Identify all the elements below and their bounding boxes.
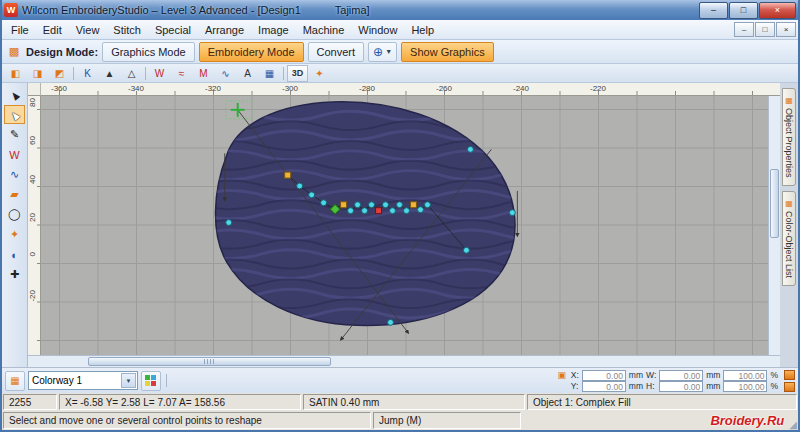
menu-image[interactable]: Image [251,22,296,38]
menu-stitch[interactable]: Stitch [106,22,148,38]
menu-special[interactable]: Special [148,22,198,38]
menu-bar: File Edit View Stitch Special Arrange Im… [2,20,798,40]
lettering-tool-icon[interactable]: ▲ [99,65,120,82]
menu-help[interactable]: Help [404,22,441,38]
wilcom-w-icon[interactable]: W [149,65,170,82]
minimize-button[interactable]: – [699,2,728,19]
transform-panel: ▣ X: 0.00 mm W: 0.00 mm 100.00 % Y: 0.00… [556,370,778,392]
pen-tool[interactable]: ✎ [4,125,25,144]
panel-side-icons[interactable] [784,370,795,392]
maximize-button[interactable]: □ [729,2,758,19]
select-tool[interactable]: ▲ [4,85,25,104]
lettering-tool[interactable]: W [4,145,25,164]
panel-side-icon[interactable] [784,382,795,392]
w-unit: mm [706,370,720,381]
window-title-machine: Tajima] [335,4,370,16]
window-title: Wilcom EmbroideryStudio – Level 3 Advanc… [22,4,301,16]
colorway-grid-button[interactable]: ▦ [5,371,25,391]
run-stitch-icon[interactable]: ◨ [27,65,48,82]
ellipse-icon: ◯ [8,208,20,221]
motif-run-icon[interactable]: ∿ [215,65,236,82]
app-window: W Wilcom EmbroideryStudio – Level 3 Adva… [0,0,800,432]
palette-button[interactable] [141,371,161,391]
machine-format-button[interactable]: ⊕ ▼ [368,42,397,62]
chevron-down-icon[interactable]: ▼ [121,373,136,388]
star-tool-icon[interactable]: ✦ [309,65,330,82]
embroidery-mode-button[interactable]: Embroidery Mode [199,42,304,62]
ruler-label: -220 [590,84,606,93]
resize-grip[interactable]: ◢ [788,411,798,430]
w-input[interactable]: 0.00 [659,370,703,381]
mdi-minimize-button[interactable]: – [734,22,754,37]
transform-icon: ▣ [556,370,568,381]
mode-toolbar: ▩ Design Mode: Graphics Mode Embroidery … [2,40,798,64]
menu-arrange[interactable]: Arrange [198,22,251,38]
height-percent-unit: % [770,381,778,392]
stitch-toolbar: ◧ ◨ ◩ K ▲ △ W ≈ M ∿ A ▦ 3D ✦ [2,64,798,83]
menu-file[interactable]: File [4,22,36,38]
tool-palette: ▲ ▲ ✎ W ∿ ▰ ◯ ✦ ◐ ✚ [2,83,28,367]
3d-view-button[interactable]: 3D [287,65,308,82]
y-label: Y: [571,381,579,392]
mdi-close-button[interactable]: × [776,22,796,37]
measure-icon: ✚ [10,268,19,281]
horizontal-scroll-thumb[interactable] [88,357,331,366]
colorway-dropdown[interactable]: Colorway 1 ▼ [28,371,138,390]
y-unit: mm [629,381,643,392]
menu-view[interactable]: View [69,22,107,38]
panel-side-icon[interactable] [784,370,795,380]
h-input[interactable]: 0.00 [659,381,703,392]
menu-window[interactable]: Window [351,22,404,38]
y-input[interactable]: 0.00 [582,381,626,392]
ruler-label: -300 [282,84,298,93]
menu-edit[interactable]: Edit [36,22,69,38]
kerning-icon[interactable]: K [77,65,98,82]
ruler-label: -320 [205,84,221,93]
height-percent-input[interactable]: 100.00 [723,381,767,392]
horizontal-ruler: -360 -340 -320 -300 -280 -260 -240 -220 [41,83,780,96]
ruler-row: -360 -340 -320 -300 -280 -260 -240 -220 [28,83,780,96]
menu-machine[interactable]: Machine [296,22,352,38]
design-canvas[interactable] [41,96,768,355]
vertical-ruler: 80 60 40 20 0 -20 [28,96,41,355]
show-graphics-button[interactable]: Show Graphics [401,42,494,62]
embroidery-object[interactable] [41,96,768,355]
wave-stitch-icon[interactable]: ≈ [171,65,192,82]
title-bar[interactable]: W Wilcom EmbroideryStudio – Level 3 Adva… [2,0,798,20]
ellipse-tool[interactable]: ◯ [4,205,25,224]
star-tool[interactable]: ✦ [4,225,25,244]
tab-color-object-list[interactable]: ▦ Color-Object List [782,191,796,286]
mdi-restore-button[interactable]: □ [755,22,775,37]
x-unit: mm [629,370,643,381]
fill-shape-tool[interactable]: ▰ [4,185,25,204]
ruler-label: -240 [513,84,529,93]
grid-icon[interactable]: ▦ [259,65,280,82]
pointer-coordinates: X= -6.58 Y= 2.58 L= 7.07 A= 158.56 [59,394,301,410]
x-input[interactable]: 0.00 [582,370,626,381]
reshape-tool[interactable]: ▲ [4,105,25,124]
tab-object-properties[interactable]: ▦ Object Properties [782,88,796,186]
graphics-mode-button[interactable]: Graphics Mode [102,42,195,62]
width-percent-input[interactable]: 100.00 [723,370,767,381]
close-button[interactable]: × [759,2,796,19]
chevron-down-icon: ▼ [385,48,392,55]
tab-label: Color-Object List [784,211,794,278]
color-object-list-icon: ▦ [785,199,794,208]
satin-stitch-icon[interactable]: ◩ [49,65,70,82]
ruler-label: -260 [436,84,452,93]
outline-letter-icon[interactable]: △ [121,65,142,82]
status-bar: 2255 X= -6.58 Y= 2.58 L= 7.07 A= 158.56 … [2,393,798,411]
letter-a-icon[interactable]: A [237,65,258,82]
measure-tool[interactable]: ✚ [4,265,25,284]
mirror-tool[interactable]: ◐ [4,245,25,264]
horizontal-scrollbar[interactable] [28,355,780,367]
monogram-icon[interactable]: M [193,65,214,82]
jump-stitch-icon[interactable]: ◧ [5,65,26,82]
pen-icon: ✎ [10,128,19,141]
convert-button[interactable]: Convert [308,42,365,62]
lettering-w-icon: W [9,149,19,161]
vertical-scrollbar[interactable] [768,96,780,355]
run-tool[interactable]: ∿ [4,165,25,184]
vertical-scroll-thumb[interactable] [770,169,779,238]
toolbar-separator [145,67,146,80]
